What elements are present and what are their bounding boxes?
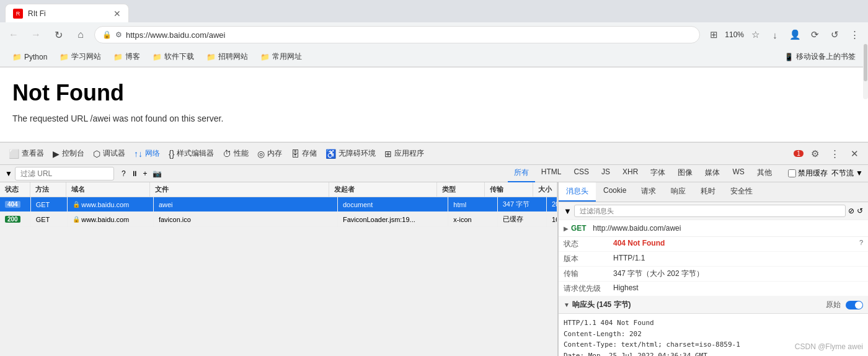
devtools-performance[interactable]: ⏱ 性能 xyxy=(219,146,252,161)
devtools-style-editor[interactable]: {} 样式编辑器 xyxy=(165,146,218,161)
page-title: Not Found xyxy=(12,80,856,106)
tab-media[interactable]: 媒体 xyxy=(699,164,726,182)
active-tab[interactable]: R RIt Fi ✕ xyxy=(5,4,129,22)
screenshot-icon[interactable]: 📷 xyxy=(153,169,162,178)
throttle-dropdown[interactable]: 不节流 ▼ xyxy=(831,168,863,179)
cell-file-2: favicon.ico xyxy=(154,212,338,226)
devtools-body: 状态 方法 域名 文件 发起者 类型 传输 大小 404 GET 🔒www.ba… xyxy=(0,182,868,356)
back-button[interactable]: ← xyxy=(5,26,22,43)
devtools-accessibility[interactable]: ♿ 无障碍环境 xyxy=(322,146,379,161)
folder-icon: 📁 xyxy=(60,53,69,61)
devtools-debugger[interactable]: ⬡ 调试器 xyxy=(89,146,129,161)
network-options: 禁用缓存 不节流 ▼ xyxy=(788,168,863,179)
field-key-status: 状态 xyxy=(564,239,613,249)
bookmark-common[interactable]: 📁 常用网址 xyxy=(255,50,307,63)
disable-cache-checkbox[interactable] xyxy=(788,169,796,177)
bookmark-python[interactable]: 📁 Python xyxy=(7,51,52,63)
devtools-close[interactable]: ✕ xyxy=(846,145,863,162)
devtools-inspector[interactable]: ⬜ 查看器 xyxy=(5,146,48,161)
sync-button[interactable]: ⟳ xyxy=(806,26,823,43)
bookmark-blog[interactable]: 📁 博客 xyxy=(108,50,145,63)
network-filter-bar: ▼ ? ⏸ + 📷 所有 HTML CSS JS XHR 字体 图像 媒体 WS… xyxy=(0,165,868,182)
tab-css[interactable]: CSS xyxy=(567,164,595,182)
tab-timing[interactable]: 耗时 xyxy=(693,182,723,202)
filter-resend-icon[interactable]: ↺ xyxy=(857,207,863,215)
app-label: 应用程序 xyxy=(394,148,424,159)
storage-label: 存储 xyxy=(302,148,317,159)
tab-all[interactable]: 所有 xyxy=(508,164,535,182)
devtools-application[interactable]: ⊞ 应用程序 xyxy=(381,146,428,161)
page-description: The requested URL /awei was not found on… xyxy=(12,113,856,123)
detail-tabs: 消息头 Cookie 请求 响应 耗时 安全性 xyxy=(559,182,868,202)
bookmark-star-button[interactable]: ☆ xyxy=(746,26,764,43)
col-header-transfer: 传输 xyxy=(485,182,533,197)
bookmark-label: 软件下载 xyxy=(164,51,194,62)
response-headers-toggle[interactable]: ▼ 响应头 (145 字节) 原始 xyxy=(559,296,868,314)
network-row-200[interactable]: 200 GET 🔒www.baidu.com favicon.ico Favic… xyxy=(0,212,557,227)
network-filter-input[interactable] xyxy=(15,167,114,180)
devtools-storage[interactable]: 🗄 存储 xyxy=(287,146,321,161)
devtools-settings[interactable]: ⚙ xyxy=(806,145,823,162)
filter-block-icon[interactable]: ⊘ xyxy=(848,207,854,215)
network-panel: 状态 方法 域名 文件 发起者 类型 传输 大小 404 GET 🔒www.ba… xyxy=(0,182,558,356)
devtools-console[interactable]: ▶ 控制台 xyxy=(49,146,88,161)
tab-messages-header-active[interactable]: 消息头 xyxy=(559,182,596,202)
request-url-row[interactable]: ▶ GET http://www.baidu.com/awei xyxy=(559,220,868,237)
bookmark-jobs[interactable]: 📁 招聘网站 xyxy=(202,50,253,63)
folder-icon: 📁 xyxy=(153,53,162,61)
devtools-more[interactable]: ⋮ xyxy=(826,145,843,162)
detail-content: ▼ ⊘ ↺ ▶ GET http://www.baidu.com/awei xyxy=(559,202,868,356)
lock-icon-2: 🔒 xyxy=(73,216,80,223)
profile-button[interactable]: 👤 xyxy=(786,26,804,43)
tab-ws[interactable]: WS xyxy=(726,164,750,182)
section-arrow-icon: ▼ xyxy=(564,301,570,308)
tab-font[interactable]: 字体 xyxy=(644,164,671,182)
bookmark-label: Python xyxy=(24,53,47,61)
network-row-404[interactable]: 404 GET 🔒www.baidu.com awei document htm… xyxy=(0,197,557,212)
help-icon[interactable]: ? xyxy=(122,169,126,178)
tab-response[interactable]: 响应 xyxy=(663,182,693,202)
expand-arrow[interactable]: ▶ xyxy=(564,225,569,232)
raw-label: 原始 xyxy=(826,300,841,310)
field-val-status: 404 Not Found xyxy=(613,239,857,247)
tab-html[interactable]: HTML xyxy=(535,164,568,182)
extensions-button[interactable]: ⊞ xyxy=(705,26,722,43)
history-back-button[interactable]: ↺ xyxy=(826,26,843,43)
tab-js[interactable]: JS xyxy=(595,164,616,182)
refresh-button[interactable]: ↻ xyxy=(50,26,67,43)
error-badge: 1 xyxy=(794,150,804,157)
raw-toggle-switch[interactable] xyxy=(846,301,863,309)
bookmark-study[interactable]: 📁 学习网站 xyxy=(55,50,106,63)
messages-filter-input[interactable] xyxy=(574,205,846,217)
detail-row-version: 版本 HTTP/1.1 xyxy=(559,252,868,267)
forward-button[interactable]: → xyxy=(27,26,45,43)
tab-security[interactable]: 安全性 xyxy=(723,182,760,202)
cell-status-200: 200 xyxy=(0,212,31,226)
download-button[interactable]: ↓ xyxy=(766,26,784,43)
pause-icon[interactable]: ⏸ xyxy=(131,169,138,178)
tab-close-button[interactable]: ✕ xyxy=(113,9,121,19)
inspector-label: 查看器 xyxy=(22,148,44,159)
network-type-tabs: 所有 HTML CSS JS XHR 字体 图像 媒体 WS 其他 xyxy=(505,164,781,182)
col-header-file: 文件 xyxy=(150,182,329,197)
bookmark-label: 招聘网站 xyxy=(218,51,248,62)
clear-icon[interactable]: + xyxy=(143,169,148,178)
tab-cookie[interactable]: Cookie xyxy=(596,182,634,202)
page-scrollbar-thumb[interactable] xyxy=(864,44,867,81)
memory-icon: ◎ xyxy=(257,149,265,159)
toolbar-right-icons: 1 ⚙ ⋮ ✕ xyxy=(794,145,863,162)
tab-xhr[interactable]: XHR xyxy=(616,164,644,182)
col-header-initiator: 发起者 xyxy=(329,182,437,197)
menu-button[interactable]: ⋮ xyxy=(846,26,863,43)
devtools-network[interactable]: ↑↓ 网络 xyxy=(130,146,164,161)
tab-request[interactable]: 请求 xyxy=(634,182,663,202)
address-bar[interactable]: 🔒 ⚙ https://www.baidu.com/awei xyxy=(94,26,700,43)
home-button[interactable]: ⌂ xyxy=(72,26,89,43)
mobile-bookmarks[interactable]: 📱 移动设备上的书签 xyxy=(779,50,861,63)
tab-image[interactable]: 图像 xyxy=(671,164,699,182)
tab-other[interactable]: 其他 xyxy=(751,164,778,182)
folder-icon: 📁 xyxy=(206,53,216,61)
status-help-icon[interactable]: ? xyxy=(859,239,863,246)
bookmark-software[interactable]: 📁 软件下载 xyxy=(148,50,199,63)
devtools-memory[interactable]: ◎ 内存 xyxy=(254,146,286,161)
